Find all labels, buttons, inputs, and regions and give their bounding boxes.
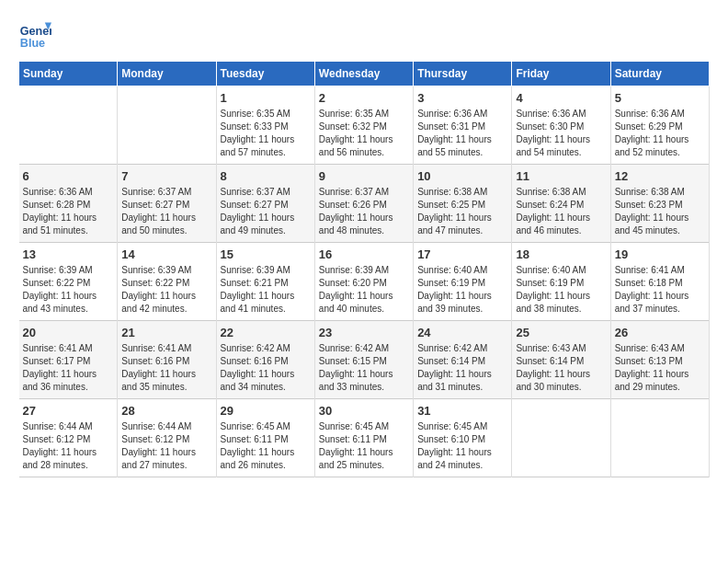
day-info: Sunrise: 6:35 AM Sunset: 6:33 PM Dayligh… xyxy=(221,108,311,159)
calendar-cell: 25Sunrise: 6:43 AM Sunset: 6:14 PM Dayli… xyxy=(512,321,610,399)
day-number: 21 xyxy=(121,326,211,339)
day-number: 13 xyxy=(23,247,114,261)
weekday-header: Thursday xyxy=(414,62,512,86)
calendar-week-row: 27Sunrise: 6:44 AM Sunset: 6:12 PM Dayli… xyxy=(19,399,710,477)
calendar-cell: 31Sunrise: 6:45 AM Sunset: 6:10 PM Dayli… xyxy=(414,399,512,477)
day-number: 1 xyxy=(221,91,311,105)
day-number: 14 xyxy=(121,247,211,261)
day-info: Sunrise: 6:44 AM Sunset: 6:12 PM Dayligh… xyxy=(23,420,114,472)
weekday-header: Sunday xyxy=(19,62,118,86)
day-number: 28 xyxy=(121,404,211,418)
day-info: Sunrise: 6:37 AM Sunset: 6:27 PM Dayligh… xyxy=(221,186,311,237)
day-info: Sunrise: 6:39 AM Sunset: 6:20 PM Dayligh… xyxy=(319,264,409,316)
calendar-cell: 23Sunrise: 6:42 AM Sunset: 6:15 PM Dayli… xyxy=(314,321,413,399)
day-number: 9 xyxy=(319,169,409,183)
calendar-week-row: 6Sunrise: 6:36 AM Sunset: 6:28 PM Daylig… xyxy=(19,165,710,243)
day-info: Sunrise: 6:40 AM Sunset: 6:19 PM Dayligh… xyxy=(516,264,606,316)
calendar-cell: 10Sunrise: 6:38 AM Sunset: 6:25 PM Dayli… xyxy=(414,165,512,243)
calendar-cell: 14Sunrise: 6:39 AM Sunset: 6:22 PM Dayli… xyxy=(118,243,216,321)
day-info: Sunrise: 6:45 AM Sunset: 6:10 PM Dayligh… xyxy=(417,420,507,472)
calendar-cell: 2Sunrise: 6:35 AM Sunset: 6:32 PM Daylig… xyxy=(314,86,413,165)
calendar-cell: 26Sunrise: 6:43 AM Sunset: 6:13 PM Dayli… xyxy=(610,321,709,399)
calendar-cell: 18Sunrise: 6:40 AM Sunset: 6:19 PM Dayli… xyxy=(512,243,610,321)
calendar-cell: 30Sunrise: 6:45 AM Sunset: 6:11 PM Dayli… xyxy=(314,399,413,477)
calendar-table: SundayMondayTuesdayWednesdayThursdayFrid… xyxy=(18,61,710,477)
day-number: 12 xyxy=(615,169,705,183)
day-info: Sunrise: 6:39 AM Sunset: 6:21 PM Dayligh… xyxy=(221,264,311,316)
day-info: Sunrise: 6:37 AM Sunset: 6:27 PM Dayligh… xyxy=(121,186,211,237)
calendar-cell: 29Sunrise: 6:45 AM Sunset: 6:11 PM Dayli… xyxy=(216,399,314,477)
day-info: Sunrise: 6:38 AM Sunset: 6:25 PM Dayligh… xyxy=(417,186,507,237)
day-number: 20 xyxy=(23,326,114,339)
calendar-cell: 15Sunrise: 6:39 AM Sunset: 6:21 PM Dayli… xyxy=(216,243,314,321)
weekday-header: Friday xyxy=(512,62,610,86)
calendar-cell: 21Sunrise: 6:41 AM Sunset: 6:16 PM Dayli… xyxy=(118,321,216,399)
weekday-header: Wednesday xyxy=(314,62,413,86)
calendar-week-row: 13Sunrise: 6:39 AM Sunset: 6:22 PM Dayli… xyxy=(19,243,710,321)
day-number: 11 xyxy=(516,169,606,183)
calendar-cell: 24Sunrise: 6:42 AM Sunset: 6:14 PM Dayli… xyxy=(414,321,512,399)
header-row: SundayMondayTuesdayWednesdayThursdayFrid… xyxy=(19,62,710,86)
day-number: 7 xyxy=(121,169,211,183)
calendar-cell: 20Sunrise: 6:41 AM Sunset: 6:17 PM Dayli… xyxy=(19,321,118,399)
day-info: Sunrise: 6:41 AM Sunset: 6:16 PM Dayligh… xyxy=(121,342,211,394)
day-number: 6 xyxy=(23,169,114,183)
day-number: 29 xyxy=(221,404,311,418)
weekday-header: Saturday xyxy=(610,62,709,86)
day-info: Sunrise: 6:35 AM Sunset: 6:32 PM Dayligh… xyxy=(319,108,409,159)
calendar-cell: 6Sunrise: 6:36 AM Sunset: 6:28 PM Daylig… xyxy=(19,165,118,243)
day-info: Sunrise: 6:44 AM Sunset: 6:12 PM Dayligh… xyxy=(121,420,211,472)
page-header: General Blue xyxy=(18,18,710,52)
calendar-cell: 17Sunrise: 6:40 AM Sunset: 6:19 PM Dayli… xyxy=(414,243,512,321)
calendar-cell: 19Sunrise: 6:41 AM Sunset: 6:18 PM Dayli… xyxy=(610,243,709,321)
day-info: Sunrise: 6:38 AM Sunset: 6:24 PM Dayligh… xyxy=(516,186,606,237)
day-info: Sunrise: 6:37 AM Sunset: 6:26 PM Dayligh… xyxy=(319,186,409,237)
calendar-cell: 4Sunrise: 6:36 AM Sunset: 6:30 PM Daylig… xyxy=(512,86,610,165)
day-info: Sunrise: 6:45 AM Sunset: 6:11 PM Dayligh… xyxy=(221,420,311,472)
calendar-cell xyxy=(118,86,216,165)
day-info: Sunrise: 6:36 AM Sunset: 6:29 PM Dayligh… xyxy=(615,108,705,159)
day-number: 31 xyxy=(417,404,507,418)
day-info: Sunrise: 6:40 AM Sunset: 6:19 PM Dayligh… xyxy=(417,264,507,316)
day-info: Sunrise: 6:42 AM Sunset: 6:16 PM Dayligh… xyxy=(221,342,311,394)
day-info: Sunrise: 6:43 AM Sunset: 6:13 PM Dayligh… xyxy=(615,342,705,394)
day-number: 16 xyxy=(319,247,409,261)
calendar-cell: 28Sunrise: 6:44 AM Sunset: 6:12 PM Dayli… xyxy=(118,399,216,477)
day-number: 23 xyxy=(319,326,409,339)
day-number: 2 xyxy=(319,91,409,105)
day-number: 19 xyxy=(615,247,705,261)
day-info: Sunrise: 6:41 AM Sunset: 6:18 PM Dayligh… xyxy=(615,264,705,316)
calendar-week-row: 1Sunrise: 6:35 AM Sunset: 6:33 PM Daylig… xyxy=(19,86,710,165)
svg-text:Blue: Blue xyxy=(20,37,45,50)
calendar-cell: 11Sunrise: 6:38 AM Sunset: 6:24 PM Dayli… xyxy=(512,165,610,243)
day-info: Sunrise: 6:41 AM Sunset: 6:17 PM Dayligh… xyxy=(23,342,114,394)
calendar-cell xyxy=(610,399,709,477)
calendar-cell: 16Sunrise: 6:39 AM Sunset: 6:20 PM Dayli… xyxy=(314,243,413,321)
day-info: Sunrise: 6:39 AM Sunset: 6:22 PM Dayligh… xyxy=(121,264,211,316)
weekday-header: Tuesday xyxy=(216,62,314,86)
day-info: Sunrise: 6:42 AM Sunset: 6:14 PM Dayligh… xyxy=(417,342,507,394)
day-info: Sunrise: 6:39 AM Sunset: 6:22 PM Dayligh… xyxy=(23,264,114,316)
day-number: 3 xyxy=(417,91,507,105)
day-number: 10 xyxy=(417,169,507,183)
day-number: 5 xyxy=(615,91,705,105)
day-info: Sunrise: 6:43 AM Sunset: 6:14 PM Dayligh… xyxy=(516,342,606,394)
day-info: Sunrise: 6:45 AM Sunset: 6:11 PM Dayligh… xyxy=(319,420,409,472)
day-number: 4 xyxy=(516,91,606,105)
calendar-cell: 9Sunrise: 6:37 AM Sunset: 6:26 PM Daylig… xyxy=(314,165,413,243)
calendar-cell: 1Sunrise: 6:35 AM Sunset: 6:33 PM Daylig… xyxy=(216,86,314,165)
calendar-cell: 5Sunrise: 6:36 AM Sunset: 6:29 PM Daylig… xyxy=(610,86,709,165)
day-number: 15 xyxy=(221,247,311,261)
day-number: 30 xyxy=(319,404,409,418)
logo-icon: General Blue xyxy=(18,18,51,52)
calendar-cell: 7Sunrise: 6:37 AM Sunset: 6:27 PM Daylig… xyxy=(118,165,216,243)
day-info: Sunrise: 6:36 AM Sunset: 6:28 PM Dayligh… xyxy=(23,186,114,237)
calendar-week-row: 20Sunrise: 6:41 AM Sunset: 6:17 PM Dayli… xyxy=(19,321,710,399)
day-number: 27 xyxy=(23,404,114,418)
day-info: Sunrise: 6:38 AM Sunset: 6:23 PM Dayligh… xyxy=(615,186,705,237)
day-number: 18 xyxy=(516,247,606,261)
calendar-cell xyxy=(19,86,118,165)
calendar-cell: 12Sunrise: 6:38 AM Sunset: 6:23 PM Dayli… xyxy=(610,165,709,243)
calendar-cell xyxy=(512,399,610,477)
day-info: Sunrise: 6:36 AM Sunset: 6:31 PM Dayligh… xyxy=(417,108,507,159)
